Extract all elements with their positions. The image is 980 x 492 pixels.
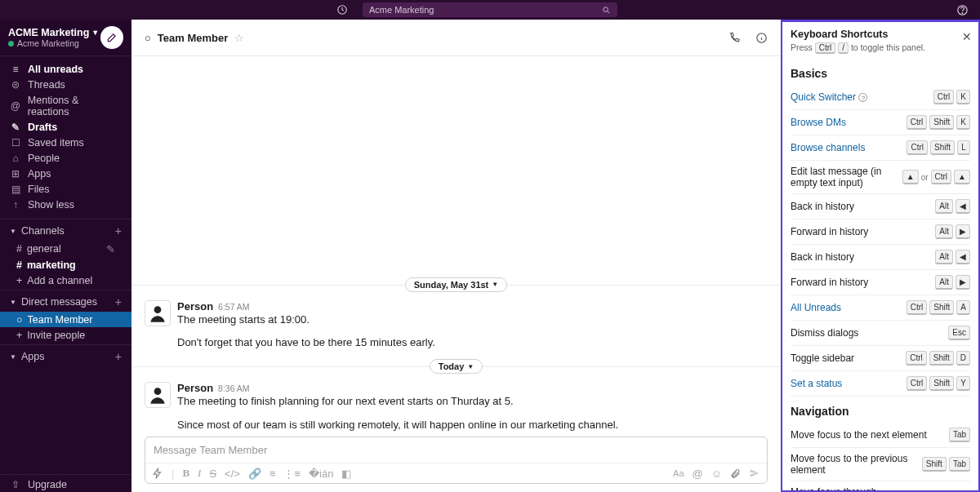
key: ◀ xyxy=(956,199,970,214)
key: ▶ xyxy=(956,275,970,290)
strike-icon[interactable]: S xyxy=(209,468,216,480)
workspace-sub: Acme Marketing xyxy=(17,38,79,48)
channel-item[interactable]: #general✎ xyxy=(0,241,131,257)
shortcut-row: All UnreadsCtrlShiftA xyxy=(791,295,970,321)
call-icon[interactable] xyxy=(728,32,741,44)
shortcut-label[interactable]: Quick Switcher ? xyxy=(791,91,929,103)
info-icon[interactable] xyxy=(755,32,768,44)
add-icon[interactable]: + xyxy=(115,224,122,237)
key: Shift xyxy=(929,300,954,315)
channel-item[interactable]: #marketing xyxy=(0,257,131,273)
key: Ctrl xyxy=(906,140,928,155)
dm-item[interactable]: ○Team Member xyxy=(0,312,131,327)
add-icon[interactable]: + xyxy=(115,350,122,363)
chevron-down-icon: ▼ xyxy=(492,281,498,288)
nav-item[interactable]: ⊞Apps xyxy=(0,166,131,181)
compose-button[interactable] xyxy=(100,26,123,49)
attach-icon[interactable] xyxy=(730,468,741,479)
add-icon[interactable]: + xyxy=(115,295,122,308)
date-divider[interactable]: Sunday, May 31st▼ xyxy=(405,277,507,292)
key: Alt xyxy=(935,275,953,290)
key: Tab xyxy=(949,457,970,472)
shortcut-row: Back in historyAlt◀ xyxy=(791,245,970,270)
edit-icon[interactable]: ✎ xyxy=(106,243,115,255)
shortcut-label[interactable]: Browse channels xyxy=(791,142,902,153)
message-composer[interactable]: Message Team Member | B I S </> 🔗 ≡ ⋮≡ �… xyxy=(145,437,768,484)
key: Ctrl xyxy=(931,170,952,184)
ol-icon[interactable]: ≡ xyxy=(270,468,276,480)
nav-item[interactable]: ≡All unreads xyxy=(0,61,131,77)
close-icon[interactable]: ✕ xyxy=(962,30,972,43)
shortcut-label[interactable]: Browse DMs xyxy=(791,117,902,128)
shortcut-row: Browse channelsCtrlShiftL xyxy=(791,135,970,161)
key: Shift xyxy=(930,140,955,155)
upgrade-link[interactable]: ⇧Upgrade xyxy=(0,476,131,492)
lightning-icon[interactable] xyxy=(152,468,163,479)
nav-item[interactable]: ↑Show less xyxy=(0,197,131,212)
ul-icon[interactable]: ⋮≡ xyxy=(283,468,301,480)
help-icon[interactable]: ? xyxy=(858,93,867,102)
message-list: Sunday, May 31st▼ Person6:57 AMThe meeti… xyxy=(131,56,781,437)
search-input[interactable]: Acme Marketing xyxy=(363,2,617,17)
nav-icon: @ xyxy=(10,100,21,112)
shortcut-row: Browse DMsCtrlShiftK xyxy=(791,110,970,135)
emoji-icon[interactable]: ☺ xyxy=(711,468,722,480)
quote-icon[interactable]: �ián xyxy=(309,468,333,480)
message-author[interactable]: Person xyxy=(177,300,213,312)
key: Shift xyxy=(929,115,954,130)
key: ▶ xyxy=(956,224,970,239)
avatar xyxy=(145,382,171,408)
help-icon[interactable] xyxy=(956,4,969,16)
nav-label: Drafts xyxy=(28,122,57,133)
code-icon[interactable]: </> xyxy=(225,468,240,480)
upgrade-icon: ⇧ xyxy=(10,479,21,490)
workspace-name: ACME Marketing xyxy=(8,27,89,38)
channel-title[interactable]: ○ Team Member ☆ xyxy=(145,32,244,44)
history-icon[interactable] xyxy=(336,4,348,16)
nav-item[interactable]: ☐Saved items xyxy=(0,135,131,150)
star-icon[interactable]: ☆ xyxy=(234,32,244,44)
channel-label: Add a channel xyxy=(27,275,115,286)
apps-header[interactable]: ▼Apps+ xyxy=(0,347,131,366)
nav-label: Show less xyxy=(28,199,74,211)
search-text: Acme Marketing xyxy=(369,5,434,15)
dm-prefix: ○ xyxy=(16,314,23,326)
shortcut-label: Back in history xyxy=(791,251,930,263)
workspace-header[interactable]: ACME Marketing▼ Acme Marketing xyxy=(0,20,131,56)
channel-item[interactable]: +Add a channel xyxy=(0,273,131,288)
send-icon[interactable] xyxy=(749,468,760,479)
composer-input[interactable]: Message Team Member xyxy=(145,437,767,463)
channel-prefix: # xyxy=(16,243,22,255)
format-icon[interactable]: Aa xyxy=(673,468,684,478)
link-icon[interactable]: 🔗 xyxy=(248,468,261,480)
caret-icon: ▼ xyxy=(10,353,16,361)
shortcut-row: Move focus to the previous elementShiftT… xyxy=(791,448,970,481)
message-text: Don't forget that you have to be there 1… xyxy=(177,335,768,351)
message: Person8:36 AMThe meeting to finish plann… xyxy=(131,379,781,437)
channels-header[interactable]: ▼Channels+ xyxy=(0,221,131,241)
italic-icon[interactable]: I xyxy=(198,467,201,480)
shortcut-label[interactable]: All Unreads xyxy=(791,302,902,313)
nav-item[interactable]: ⌂People xyxy=(0,150,131,166)
shortcut-row: Move focus through messages▲or▼ xyxy=(791,481,970,490)
caret-icon: ▼ xyxy=(10,228,16,235)
nav-item[interactable]: ✎Drafts xyxy=(0,119,131,135)
dm-label: Invite people xyxy=(27,330,85,341)
bold-icon[interactable]: B xyxy=(182,467,189,480)
nav-item[interactable]: ▤Files xyxy=(0,181,131,197)
dm-item[interactable]: +Invite people xyxy=(0,327,131,343)
channel-label: general xyxy=(27,243,101,255)
mention-icon[interactable]: @ xyxy=(693,468,703,480)
date-divider[interactable]: Today▼ xyxy=(430,359,483,374)
message-time: 6:57 AM xyxy=(218,302,250,312)
shortcut-label[interactable]: Set a status xyxy=(791,378,902,389)
shortcut-row: Dismiss dialogsEsc xyxy=(791,321,970,346)
message-author[interactable]: Person xyxy=(177,382,213,394)
dms-header[interactable]: ▼Direct messages+ xyxy=(0,292,131,312)
channel-prefix: # xyxy=(16,259,22,271)
shortcut-label: Forward in history xyxy=(791,277,930,288)
nav-item[interactable]: @Mentions & reactions xyxy=(0,92,131,119)
nav-icon: ⊜ xyxy=(10,79,21,91)
codeblock-icon[interactable]: ◧ xyxy=(341,468,351,480)
nav-item[interactable]: ⊜Threads xyxy=(0,77,131,92)
